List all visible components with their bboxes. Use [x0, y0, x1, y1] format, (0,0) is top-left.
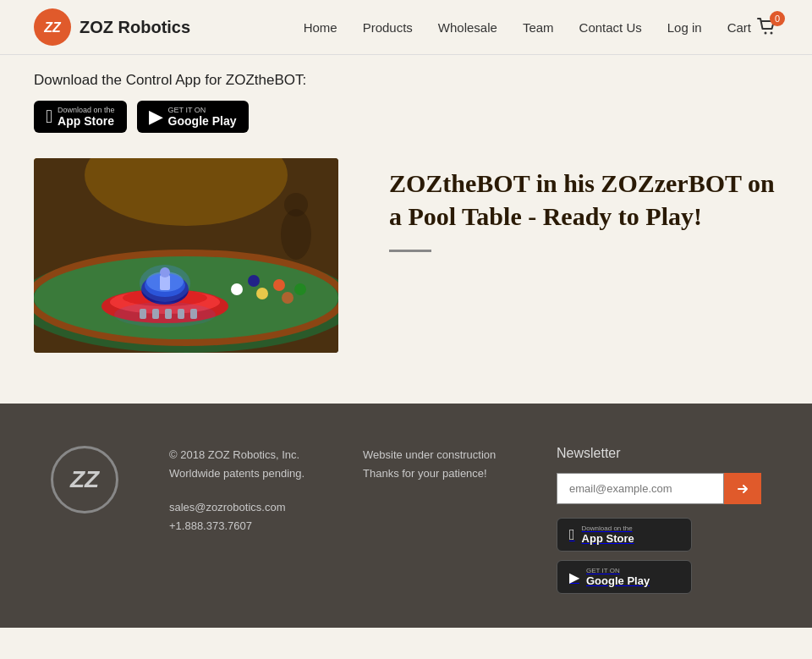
footer-phone: +1.888.373.7607: [169, 517, 329, 535]
svg-point-31: [284, 193, 308, 217]
download-title: Download the Control App for ZOZtheBOT:: [34, 72, 778, 89]
footer-website-status: Website under construction: [363, 446, 523, 464]
main-content: Download the Control App for ZOZtheBOT: …: [0, 55, 812, 404]
google-play-button[interactable]: ▶ GET IT ON Google Play: [137, 101, 249, 133]
app-store-button[interactable]:  Download on the App Store: [34, 101, 127, 133]
download-section: Download the Control App for ZOZtheBOT: …: [34, 72, 778, 133]
product-title: ZOZtheBOT in his ZOZzerBOT on a Pool Tab…: [389, 167, 778, 233]
svg-point-3: [771, 32, 773, 35]
product-info: ZOZtheBOT in his ZOZzerBOT on a Pool Tab…: [389, 158, 778, 252]
svg-point-10: [256, 288, 268, 299]
footer-patents: Worldwide patents pending.: [169, 464, 329, 483]
svg-point-9: [231, 283, 243, 295]
footer-app-store-button[interactable]:  Download on the App Store: [557, 518, 692, 552]
logo-text: ZOZ Robotics: [80, 18, 190, 37]
footer-logo-area: ZZ: [51, 446, 118, 513]
footer-company-info: © 2018 ZOZ Robotics, Inc. Worldwide pate…: [169, 446, 329, 535]
app-store-btn-inner: Download on the App Store: [58, 106, 115, 128]
cart-button[interactable]: Cart 0: [727, 16, 778, 38]
footer-apple-icon: : [569, 526, 575, 544]
svg-point-2: [765, 32, 767, 35]
arrow-right-icon: [736, 482, 749, 496]
footer-app-store-sub: Download on the: [582, 524, 634, 532]
apple-icon: : [46, 106, 52, 128]
google-play-icon: ▶: [149, 106, 163, 128]
google-play-sub: GET IT ON: [168, 106, 237, 114]
footer-app-store-inner: Download on the App Store: [582, 524, 634, 545]
newsletter-input[interactable]: [557, 473, 724, 504]
svg-point-11: [273, 279, 285, 291]
footer-google-play-sub: GET IT ON: [586, 567, 650, 574]
footer-store-buttons:  Download on the App Store ▶ GET IT ON …: [557, 518, 761, 594]
newsletter-title: Newsletter: [557, 446, 761, 461]
cart-count: 0: [770, 11, 785, 26]
footer-copyright: © 2018 ZOZ Robotics, Inc.: [169, 446, 329, 464]
svg-point-29: [114, 302, 216, 327]
svg-text:ZZ: ZZ: [43, 20, 62, 35]
footer-gplay-icon: ▶: [569, 569, 579, 585]
product-image: [34, 158, 338, 353]
footer-app-store-name: App Store: [582, 532, 634, 545]
footer: ZZ © 2018 ZOZ Robotics, Inc. Worldwide p…: [0, 404, 812, 628]
footer-logo-circle: ZZ: [51, 446, 118, 513]
footer-google-play-name: Google Play: [586, 574, 650, 587]
logo-area[interactable]: ZZ ZOZ Robotics: [34, 8, 190, 46]
cart-icon-wrap: 0: [756, 16, 778, 38]
nav-contact[interactable]: Contact Us: [579, 20, 642, 35]
nav-home[interactable]: Home: [304, 20, 337, 35]
svg-point-14: [294, 283, 306, 295]
app-store-sub: Download on the: [58, 106, 115, 114]
footer-newsletter: Newsletter  Download on the App Store ▶: [557, 446, 761, 594]
nav-products[interactable]: Products: [363, 20, 413, 35]
nav-wholesale[interactable]: Wholesale: [438, 20, 497, 35]
app-store-name: App Store: [58, 114, 115, 128]
svg-point-13: [282, 292, 294, 304]
nav-login[interactable]: Log in: [667, 20, 702, 35]
google-play-btn-inner: GET IT ON Google Play: [168, 106, 237, 128]
newsletter-submit-button[interactable]: [724, 473, 761, 504]
footer-email[interactable]: sales@zozrobotics.com: [169, 501, 285, 513]
header: ZZ ZOZ Robotics Home Products Wholesale …: [0, 0, 812, 55]
newsletter-form: [557, 473, 761, 504]
product-divider: [389, 250, 431, 252]
logo-icon: ZZ: [34, 8, 71, 46]
google-play-name: Google Play: [168, 114, 237, 128]
main-nav: Home Products Wholesale Team Contact Us …: [304, 16, 778, 38]
product-section: ZOZtheBOT in his ZOZzerBOT on a Pool Tab…: [34, 158, 778, 353]
footer-google-play-button[interactable]: ▶ GET IT ON Google Play: [557, 560, 692, 594]
svg-point-23: [160, 267, 170, 277]
footer-thanks: Thanks for your patience!: [363, 464, 523, 483]
store-buttons:  Download on the App Store ▶ GET IT ON …: [34, 101, 778, 133]
footer-google-play-inner: GET IT ON Google Play: [586, 567, 650, 587]
cart-label: Cart: [727, 20, 751, 35]
nav-team[interactable]: Team: [523, 20, 554, 35]
footer-logo-text: ZZ: [70, 466, 99, 493]
svg-point-12: [248, 275, 260, 287]
footer-status: Website under construction Thanks for yo…: [363, 446, 523, 483]
